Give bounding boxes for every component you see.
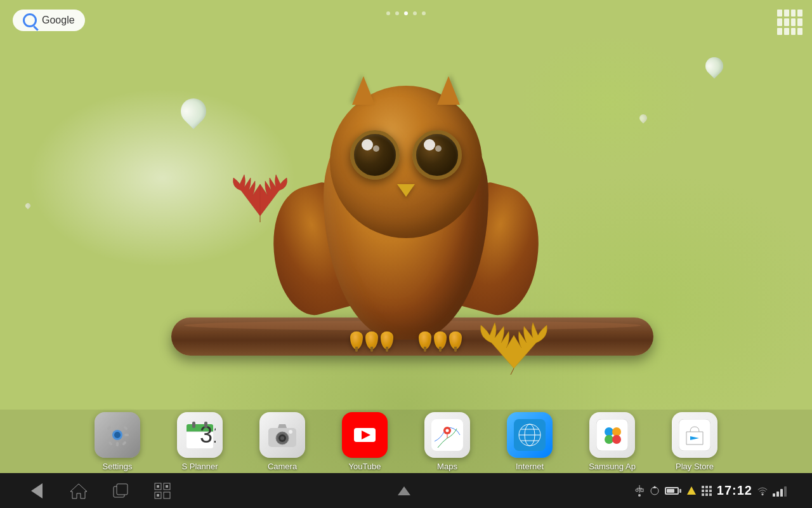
svg-rect-7 (106, 434, 110, 436)
grid-dot (777, 28, 782, 35)
svg-point-39 (612, 427, 621, 436)
page-dot-4[interactable] (413, 11, 417, 15)
signal-bar-4 (784, 486, 787, 497)
svg-rect-62 (709, 486, 712, 488)
svg-marker-44 (70, 484, 87, 498)
svg-point-38 (605, 427, 613, 436)
svg-rect-60 (702, 486, 704, 488)
status-bar-right: 17:12 (634, 483, 787, 498)
owl-eyes (343, 130, 469, 180)
owl-body (311, 86, 501, 340)
svg-rect-37 (596, 419, 628, 451)
screenshot-icon (154, 482, 171, 500)
red-leaf (228, 165, 292, 222)
svg-rect-64 (705, 490, 708, 492)
search-bar[interactable]: Google (13, 10, 85, 31)
sync-icon (650, 486, 660, 496)
svg-rect-10 (123, 425, 128, 431)
svg-rect-61 (705, 486, 708, 488)
app-icon-playstore[interactable]: Play Store (666, 412, 723, 471)
page-dot-5[interactable] (422, 11, 426, 15)
svg-point-24 (289, 430, 292, 434)
battery-indicator (665, 487, 681, 495)
settings-icon-image (95, 412, 140, 458)
grid-dot (797, 18, 802, 25)
owl-toe (419, 331, 431, 349)
svg-point-69 (761, 493, 763, 495)
svg-rect-8 (124, 434, 129, 436)
grid-dot (784, 28, 789, 35)
playstore-icon-image (672, 412, 717, 458)
up-arrow-button[interactable] (393, 479, 416, 502)
svg-rect-6 (116, 442, 119, 446)
owl-illustration (209, 38, 603, 406)
svg-rect-19 (204, 422, 207, 428)
svg-rect-68 (709, 493, 712, 496)
splanner-label: S Planner (181, 462, 218, 471)
battery-tip (679, 489, 681, 493)
planner-icon-image: 31 (177, 412, 223, 458)
internet-icon-image (507, 412, 553, 458)
grid-dot (791, 18, 796, 25)
svg-point-4 (114, 432, 121, 438)
svg-text:31: 31 (200, 422, 216, 448)
app-icon-internet[interactable]: Internet (501, 412, 558, 471)
grid-dot (791, 28, 796, 35)
status-time: 17:12 (717, 483, 752, 498)
battery-body (665, 487, 679, 495)
maps-label: Maps (437, 462, 457, 471)
owl-feet (343, 331, 469, 349)
samsung-icon-image (589, 412, 635, 458)
search-icon (23, 13, 37, 27)
page-dot-1[interactable] (386, 11, 390, 15)
owl-head (330, 86, 482, 238)
back-button[interactable] (25, 479, 48, 502)
page-dot-3[interactable] (404, 11, 408, 15)
svg-rect-50 (164, 492, 170, 498)
app-icon-splanner[interactable]: 31 S Planner (171, 412, 228, 471)
svg-point-23 (280, 436, 284, 440)
owl-foot-right (419, 331, 462, 349)
svg-rect-46 (117, 484, 128, 495)
grid-dot (784, 10, 789, 17)
maps-icon-image (424, 412, 470, 458)
page-indicators (386, 11, 426, 15)
navigation-bar: 17:12 (0, 473, 812, 508)
app-icon-maps[interactable]: Maps (419, 412, 476, 471)
warning-triangle (687, 486, 696, 495)
app-drawer-button[interactable] (774, 6, 806, 38)
svg-rect-57 (641, 489, 643, 491)
app-icon-settings[interactable]: Settings (89, 412, 146, 471)
owl-toe (365, 331, 378, 349)
owl-toe (434, 331, 447, 349)
youtube-icon-image (342, 412, 388, 458)
page-dot-2[interactable] (395, 11, 399, 15)
recents-icon (112, 482, 129, 500)
svg-rect-12 (122, 441, 127, 446)
nav-left (25, 479, 174, 502)
app-icon-youtube[interactable]: YouTube (336, 412, 393, 471)
screenshot-button[interactable] (151, 479, 174, 502)
svg-rect-66 (702, 493, 704, 496)
signal-bars (773, 485, 787, 497)
owl-toe (350, 331, 363, 349)
app-icon-samsung[interactable]: Samsung Ap (584, 412, 641, 471)
owl-toe (381, 331, 393, 349)
yellow-leaf (476, 311, 552, 375)
owl-ear-left (352, 76, 375, 105)
owl-beak (397, 184, 415, 197)
home-button[interactable] (67, 479, 90, 502)
app-icon-camera[interactable]: Camera (254, 412, 311, 471)
signal-bar-1 (773, 493, 775, 497)
youtube-label: YouTube (348, 462, 381, 471)
svg-point-58 (638, 494, 641, 497)
camera-icon-image (259, 412, 305, 458)
signal-bar-2 (776, 491, 779, 497)
svg-rect-52 (166, 485, 168, 488)
back-icon (31, 483, 43, 498)
recents-button[interactable] (109, 479, 132, 502)
search-label: Google (42, 15, 75, 26)
svg-rect-9 (107, 425, 112, 431)
grid-dot (777, 10, 782, 17)
svg-rect-65 (709, 490, 712, 492)
